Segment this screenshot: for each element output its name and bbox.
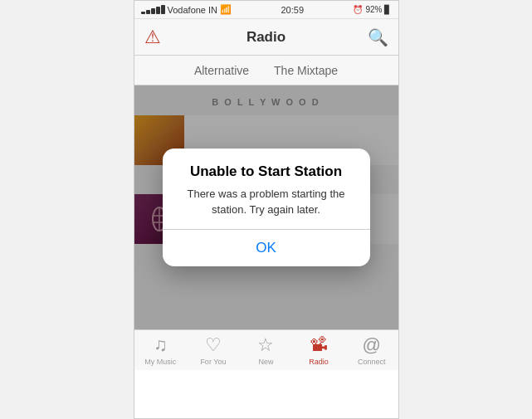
nav-left-button[interactable]: ⚠ bbox=[144, 27, 161, 48]
heart-icon: ♡ bbox=[205, 334, 222, 356]
status-bar-left: Vodafone IN 📶 bbox=[141, 4, 232, 15]
tab-radio[interactable]: 📽 Radio bbox=[292, 330, 345, 370]
signal-dot-3 bbox=[151, 8, 155, 14]
tab-new[interactable]: ☆ New bbox=[240, 330, 293, 370]
tab-for-you-label: For You bbox=[200, 358, 226, 366]
user-icon: ⚠ bbox=[144, 27, 161, 47]
alert-dialog: Unable to Start Station There was a prob… bbox=[163, 149, 370, 266]
dialog-buttons: OK bbox=[163, 230, 370, 266]
dialog-overlay: Unable to Start Station There was a prob… bbox=[134, 85, 398, 329]
dialog-title: Unable to Start Station bbox=[176, 163, 357, 180]
nav-right-button[interactable]: 🔍 bbox=[368, 27, 388, 47]
dialog-message: There was a problem starting the station… bbox=[176, 187, 357, 217]
tab-bar: ♫ My Music ♡ For You ☆ New 📽 Radio @ Con… bbox=[134, 329, 398, 370]
tab-for-you[interactable]: ♡ For You bbox=[187, 330, 240, 370]
nav-bar: ⚠ Radio 🔍 bbox=[134, 19, 398, 56]
signal-dot-4 bbox=[156, 7, 160, 14]
alarm-icon: ⏰ bbox=[353, 5, 363, 14]
tab-my-music[interactable]: ♫ My Music bbox=[134, 330, 188, 370]
at-icon: @ bbox=[363, 334, 381, 356]
signal-dots bbox=[141, 5, 165, 14]
dialog-content: Unable to Start Station There was a prob… bbox=[163, 149, 370, 228]
tab-alternative[interactable]: Alternative bbox=[194, 64, 249, 77]
battery-icon: ▊ bbox=[384, 5, 391, 14]
category-tabs: Alternative The Mixtape bbox=[134, 56, 398, 85]
battery-label: 92% bbox=[365, 5, 382, 14]
time-label: 20:59 bbox=[281, 5, 305, 15]
tab-radio-label: Radio bbox=[309, 358, 329, 366]
signal-dot-2 bbox=[146, 10, 150, 14]
tab-my-music-label: My Music bbox=[144, 358, 176, 366]
status-bar: Vodafone IN 📶 20:59 ⏰ 92% ▊ bbox=[134, 1, 398, 19]
search-icon: 🔍 bbox=[368, 28, 388, 46]
signal-dot-5 bbox=[161, 5, 165, 14]
carrier-label: Vodafone IN bbox=[168, 5, 218, 15]
phone-frame: Vodafone IN 📶 20:59 ⏰ 92% ▊ ⚠ Radio 🔍 Al… bbox=[134, 0, 399, 419]
music-note-icon: ♫ bbox=[154, 334, 168, 356]
dialog-ok-button[interactable]: OK bbox=[163, 230, 370, 266]
wifi-icon: 📶 bbox=[220, 4, 232, 15]
nav-title: Radio bbox=[246, 29, 286, 46]
radio-icon: 📽 bbox=[310, 334, 328, 356]
signal-dot-1 bbox=[141, 12, 145, 14]
status-bar-right: ⏰ 92% ▊ bbox=[353, 5, 391, 14]
tab-mixtape[interactable]: The Mixtape bbox=[274, 64, 338, 77]
tab-connect-label: Connect bbox=[358, 358, 386, 366]
tab-connect[interactable]: @ Connect bbox=[345, 330, 398, 370]
star-icon: ☆ bbox=[257, 334, 274, 356]
tab-new-label: New bbox=[258, 358, 273, 366]
main-content: B O L L Y W O O D C L A S S I C A L Unab… bbox=[134, 85, 398, 329]
